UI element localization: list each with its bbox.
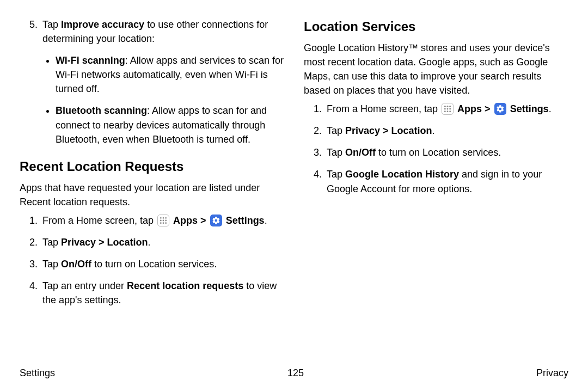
svg-point-11 bbox=[449, 106, 451, 107]
recent-location-intro: Apps that have requested your location a… bbox=[20, 181, 284, 209]
bullet1-bold: Wi-Fi scanning bbox=[56, 55, 125, 66]
ls2-a: Tap bbox=[42, 237, 61, 248]
settings-icon bbox=[494, 103, 506, 115]
svg-point-0 bbox=[160, 217, 162, 219]
footer-left: Settings bbox=[20, 366, 55, 380]
svg-point-10 bbox=[447, 106, 449, 107]
bullet2-bold: Bluetooth scanning bbox=[56, 105, 147, 116]
step5-bullets: Wi-Fi scanning: Allow apps and services … bbox=[42, 53, 284, 146]
svg-point-13 bbox=[447, 108, 449, 110]
rs2-e: . bbox=[432, 125, 435, 136]
rs3-b: On/Off bbox=[345, 147, 376, 158]
ls1-apps: Apps bbox=[173, 215, 198, 226]
svg-point-2 bbox=[165, 217, 167, 219]
ls1-settings: Settings bbox=[226, 215, 265, 226]
right-step-4: Tap Google Location History and sign in … bbox=[324, 167, 568, 195]
bullet-bluetooth: Bluetooth scanning: Allow apps to scan f… bbox=[56, 103, 284, 146]
right-column: Location Services Google Location Histor… bbox=[304, 17, 568, 315]
rs1-end: . bbox=[549, 103, 552, 114]
recent-location-steps: From a Home screen, tap Apps > Settings.… bbox=[20, 213, 284, 307]
ls3-c: to turn on Location services. bbox=[91, 259, 217, 270]
svg-point-8 bbox=[165, 222, 167, 224]
step5-bold: Improve accuracy bbox=[61, 19, 144, 30]
continued-steps-list: Tap Improve accuracy to use other connec… bbox=[20, 17, 284, 146]
rs1-a: From a Home screen, tap bbox=[327, 103, 440, 114]
svg-point-14 bbox=[449, 108, 451, 110]
rs1-apps: Apps bbox=[457, 103, 482, 114]
page-footer: Settings 125 Privacy bbox=[20, 366, 568, 380]
rs4-b: Google Location History bbox=[345, 169, 459, 180]
left-step-1: From a Home screen, tap Apps > Settings. bbox=[40, 213, 284, 228]
rs1-settings: Settings bbox=[510, 103, 549, 114]
apps-icon bbox=[442, 103, 454, 115]
left-column: Tap Improve accuracy to use other connec… bbox=[20, 17, 284, 315]
left-step-2: Tap Privacy > Location. bbox=[40, 235, 284, 249]
footer-right: Privacy bbox=[536, 366, 568, 380]
svg-point-9 bbox=[444, 106, 446, 107]
right-step-2: Tap Privacy > Location. bbox=[324, 124, 568, 138]
ls2-d: Location bbox=[107, 237, 148, 248]
right-step-3: Tap On/Off to turn on Location services. bbox=[324, 145, 568, 160]
rs2-b: Privacy bbox=[345, 125, 380, 136]
rs2-d: Location bbox=[391, 125, 432, 136]
svg-point-16 bbox=[447, 111, 449, 113]
ls1-a: From a Home screen, tap bbox=[42, 215, 156, 226]
svg-point-7 bbox=[163, 222, 164, 224]
svg-point-1 bbox=[163, 217, 164, 219]
location-services-intro: Google Location History™ stores and uses… bbox=[304, 41, 568, 97]
right-step-1: From a Home screen, tap Apps > Settings. bbox=[324, 102, 568, 116]
ls1-sep: > bbox=[198, 215, 209, 226]
ls1-end: . bbox=[265, 215, 267, 226]
ls4-b: Recent location requests bbox=[127, 280, 243, 291]
svg-point-12 bbox=[444, 108, 446, 110]
rs2-c: > bbox=[380, 125, 391, 136]
location-services-heading: Location Services bbox=[304, 17, 568, 36]
content-columns: Tap Improve accuracy to use other connec… bbox=[20, 17, 568, 315]
footer-page-number: 125 bbox=[287, 366, 304, 380]
settings-icon bbox=[210, 215, 222, 226]
svg-point-3 bbox=[160, 220, 162, 222]
apps-icon bbox=[157, 215, 169, 226]
rs3-a: Tap bbox=[327, 147, 345, 158]
svg-point-15 bbox=[444, 111, 446, 113]
svg-point-6 bbox=[160, 222, 162, 224]
ls2-b: Privacy bbox=[61, 237, 96, 248]
step-5: Tap Improve accuracy to use other connec… bbox=[40, 17, 284, 146]
rs3-c: to turn on Location services. bbox=[376, 147, 501, 158]
rs2-a: Tap bbox=[327, 125, 345, 136]
svg-point-17 bbox=[449, 111, 451, 113]
left-step-3: Tap On/Off to turn on Location services. bbox=[40, 257, 284, 271]
rs4-a: Tap bbox=[327, 169, 345, 180]
location-services-steps: From a Home screen, tap Apps > Settings.… bbox=[304, 102, 568, 195]
ls3-b: On/Off bbox=[61, 259, 91, 270]
bullet-wifi: Wi-Fi scanning: Allow apps and services … bbox=[56, 53, 284, 96]
step5-text-a: Tap bbox=[42, 19, 61, 30]
svg-point-5 bbox=[165, 220, 167, 222]
ls3-a: Tap bbox=[42, 259, 61, 270]
ls2-c: > bbox=[96, 237, 107, 248]
ls4-a: Tap an entry under bbox=[42, 280, 127, 291]
ls2-e: . bbox=[148, 237, 151, 248]
svg-point-4 bbox=[163, 220, 164, 222]
rs1-sep: > bbox=[482, 103, 493, 114]
left-step-4: Tap an entry under Recent location reque… bbox=[40, 279, 284, 307]
recent-location-heading: Recent Location Requests bbox=[20, 157, 284, 176]
